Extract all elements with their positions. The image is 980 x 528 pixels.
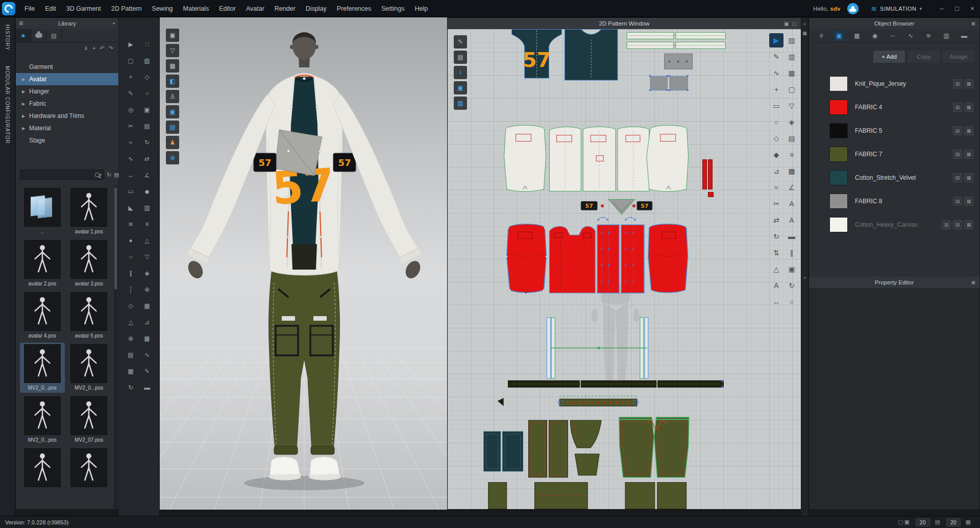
fabric-save-icon[interactable]: ▤ [953, 173, 962, 182]
pattern-piece-jacket-sleeve-right[interactable] [647, 125, 689, 191]
redo-icon[interactable]: ↷ [109, 45, 113, 52]
seam-icon[interactable]: ≈ [769, 180, 783, 195]
draw-icon[interactable]: ✎ [140, 365, 154, 378]
avatar-head[interactable] [290, 32, 318, 67]
collapse-property-icon[interactable]: » [801, 275, 808, 280]
chest-patch-left[interactable]: 57 [254, 153, 276, 172]
download-icon[interactable]: ⇓ [84, 45, 88, 52]
fabric-save-icon[interactable]: ▤ [953, 79, 962, 88]
fabric-row[interactable]: FABRIC 4 ▥ ▤ ▦ [809, 95, 979, 119]
up-icon[interactable]: △ [140, 234, 154, 247]
shrink-icon[interactable]: ▽ [785, 99, 799, 113]
vertical-dock-tab[interactable]: MODULAR CONFIGURATOR [5, 66, 10, 144]
shirring-tab-icon[interactable]: ≋ [923, 31, 934, 41]
fabric-swatch[interactable] [829, 123, 848, 138]
library-thumbnail[interactable]: avatar 5.pos [67, 291, 112, 341]
float-panel-icon[interactable]: ▣ [971, 21, 975, 26]
down-icon[interactable]: ▽ [140, 250, 154, 263]
undo-icon[interactable]: ↶ [100, 45, 105, 52]
menu-item[interactable]: Display [301, 0, 332, 17]
measure-icon[interactable]: ↔ [124, 169, 137, 182]
fabric-swatch[interactable] [829, 170, 848, 185]
topstitch-icon[interactable]: ┆ [124, 283, 137, 296]
library-thumbnail[interactable] [67, 447, 112, 497]
swap-view-icon[interactable]: ⇄ [140, 152, 154, 165]
library-thumbnail[interactable]: MV2_0...pos [20, 395, 65, 445]
grading-icon[interactable]: △ [124, 316, 137, 329]
ruler-2d-icon[interactable]: ▬ [785, 229, 799, 244]
transform-pattern-icon[interactable]: ▶ [769, 33, 783, 47]
dock-grid-icon[interactable]: ▦ [801, 31, 808, 36]
fabric-save-icon[interactable]: ▤ [953, 220, 962, 229]
bar-icon[interactable]: ▬ [140, 381, 154, 394]
print-area-icon[interactable]: ▣ [785, 262, 799, 276]
menu-item[interactable]: 2D Pattern [106, 0, 147, 17]
cloud-sync-icon[interactable] [847, 3, 859, 14]
menu-item[interactable]: Help [409, 0, 433, 17]
mirror-icon[interactable]: ◈ [140, 267, 154, 280]
texture-edit-icon[interactable]: ▣ [454, 81, 467, 94]
pattern-piece-red-sleeve-left[interactable] [506, 224, 547, 294]
show-fabric-icon[interactable]: ▦ [166, 59, 179, 73]
edit-pattern-icon[interactable]: ✎ [454, 35, 467, 49]
font-tool-icon[interactable]: A [785, 213, 799, 227]
fabric-swatch[interactable] [829, 76, 848, 91]
fabric-save-icon[interactable]: ▤ [953, 103, 962, 112]
expand-arrow-icon[interactable]: ▶ [22, 102, 29, 106]
select-box-icon[interactable]: ▢ [124, 54, 137, 67]
pattern-piece-trim-strips[interactable] [627, 32, 725, 49]
show-seamline-icon[interactable]: ▧ [140, 54, 154, 67]
rotate-icon[interactable]: ↻ [769, 229, 783, 244]
dart-2d-icon[interactable]: ◆ [769, 148, 783, 162]
vertical-dock-tab[interactable]: HISTORY [5, 25, 10, 51]
fabric-row[interactable]: Cotton_Stretch_Velvet ▥ ▤ ▦ [809, 166, 979, 189]
3d-viewport[interactable]: ▣▽▦◧♙▣▤♟⊕ [160, 17, 447, 510]
pattern-piece-hardware[interactable] [649, 54, 693, 91]
show-seam-icon[interactable]: ▧ [785, 33, 799, 47]
expand-arrow-icon[interactable]: ▶ [22, 114, 29, 118]
select-move-icon[interactable]: ▶ [124, 38, 137, 51]
texture-2d-icon[interactable]: ▦ [785, 66, 799, 80]
menu-item[interactable]: Editor [214, 0, 241, 17]
show-points-icon[interactable]: ◇ [140, 70, 154, 84]
cloud-tab-icon[interactable] [31, 29, 46, 42]
grid-toggle-icon[interactable]: ▦ [966, 519, 972, 525]
symmetry-icon[interactable]: ◈ [785, 115, 799, 129]
add-fabric-button[interactable]: + Add [873, 51, 905, 63]
library-search-input[interactable] [22, 172, 95, 178]
text-tool-icon[interactable]: A [785, 197, 799, 211]
chest-patch-right[interactable]: 57 [333, 153, 356, 172]
texture-editor-icon[interactable]: ▣ [166, 105, 179, 118]
menu-item[interactable]: 3D Garment [61, 0, 106, 17]
simulation-button[interactable]: ≋ SIMULATION ▾ [866, 0, 927, 17]
menu-item[interactable]: Render [270, 0, 301, 17]
baseline-icon[interactable]: ≡ [785, 148, 799, 162]
attach-icon[interactable]: ⊕ [124, 332, 137, 345]
viewport-toggle-icon[interactable]: ▢▣ [898, 519, 911, 525]
show-grain-icon[interactable]: ▥ [785, 50, 799, 64]
show-avatar-icon[interactable]: ♙ [166, 90, 179, 103]
library-tree-item[interactable]: ▶ Stage [16, 134, 118, 147]
fabric-assign-icon[interactable]: ▦ [964, 103, 973, 112]
show-panel-icon[interactable]: ▤ [454, 51, 467, 64]
snap-toggle-icon[interactable]: ▤ [935, 519, 941, 525]
layer-2d-icon[interactable]: ▤ [785, 131, 799, 146]
scrollbar-thumb[interactable] [114, 187, 117, 290]
circle-icon[interactable]: ○ [769, 115, 783, 129]
pattern-piece-tee-back[interactable] [565, 29, 618, 80]
pattern-piece-jacket-sleeve-left[interactable] [504, 125, 546, 191]
fabric-row[interactable]: FABRIC 5 ▥ ▤ ▦ [809, 119, 979, 142]
pattern-piece-bottom-row[interactable] [488, 483, 687, 509]
texture-icon[interactable]: ▤ [124, 348, 137, 362]
fabric-assign-icon[interactable]: ▦ [964, 126, 973, 135]
property-editor-header[interactable]: Property Editor ▣ [809, 277, 979, 288]
pattern-canvas[interactable]: ✎▤i▣▧ ▶✎∿+▭○◇◆⊿≈✂⇄↻⇅△A↔ ▧▥▦▢▽◈▤≡▩∠AA▬∥▣↻… [448, 29, 801, 509]
fabric-swatch[interactable] [829, 217, 848, 232]
fabric-save-icon[interactable]: ▤ [953, 197, 962, 206]
menu-item[interactable]: Avatar [241, 0, 270, 17]
minimize-button[interactable]: – [934, 0, 949, 17]
menu-item[interactable]: Preferences [332, 0, 376, 17]
wedge-icon[interactable]: ⊿ [140, 316, 154, 329]
pattern-piece-pant-front-left[interactable] [619, 417, 654, 477]
collapse-panel-icon[interactable]: » [801, 21, 808, 27]
